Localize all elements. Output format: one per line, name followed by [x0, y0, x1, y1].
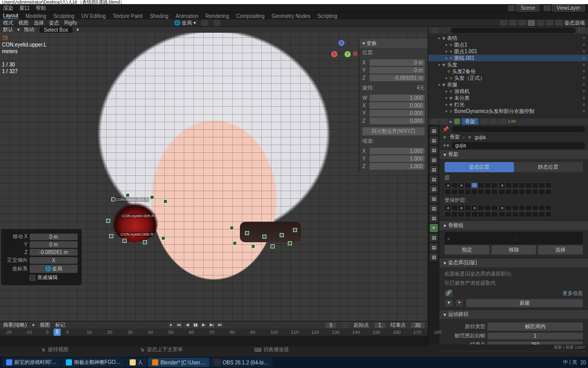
ptab-output[interactable]: ▤: [430, 136, 438, 145]
orient-global[interactable]: 🌐 全局 ▾: [174, 19, 196, 27]
timeline-track[interactable]: [0, 336, 428, 346]
rot-w[interactable]: 1.000: [370, 95, 425, 101]
bone-handle[interactable]: [161, 236, 165, 240]
bone-handle[interactable]: [163, 199, 167, 203]
loc-y[interactable]: 0 m: [370, 67, 425, 74]
pin-icon[interactable]: 📌: [443, 126, 449, 132]
nav-gizmo[interactable]: Z Y X: [329, 40, 354, 64]
loc-x[interactable]: 0 m: [370, 59, 425, 66]
crumb-armature-data[interactable]: gujia: [475, 134, 485, 140]
tab-sculpting[interactable]: Sculpting: [54, 13, 75, 19]
3d-viewport[interactable]: 79 CON.eyelid.upper.L meters 1 / 30 1 / …: [0, 33, 428, 321]
scale-y[interactable]: 1.000: [370, 155, 425, 162]
menu-help[interactable]: 帮助: [36, 5, 46, 12]
sec-motionpaths[interactable]: 运动路径: [448, 311, 469, 318]
bone-handle[interactable]: [288, 241, 292, 245]
bone-icon[interactable]: [489, 119, 497, 125]
transform-header[interactable]: ▾ 变换: [359, 39, 428, 48]
playhead[interactable]: 5: [54, 329, 61, 336]
view-menu[interactable]: 视图: [18, 19, 29, 27]
select-menu[interactable]: 选择: [34, 19, 44, 27]
pose-position-toggle[interactable]: 姿态位置 静态位置: [445, 162, 583, 172]
armature-layers[interactable]: [445, 182, 583, 188]
scale-x[interactable]: 1.000: [370, 148, 425, 154]
next-key-icon[interactable]: ▶: [200, 322, 207, 328]
outliner-row[interactable]: ▸▿眼点1▿: [428, 41, 588, 48]
gizmo-toggle-icon[interactable]: [500, 20, 507, 26]
tab-uvediting[interactable]: UV Editing: [82, 13, 106, 19]
new-poselib-button[interactable]: 新建: [466, 299, 583, 307]
axis-neg[interactable]: [353, 51, 358, 56]
xray-icon[interactable]: [519, 20, 526, 26]
loc-z[interactable]: -0.089261 m: [370, 75, 425, 81]
tab-rendering[interactable]: Rendering: [206, 13, 229, 19]
filter-icon[interactable]: [578, 27, 585, 33]
current-frame[interactable]: 5: [326, 323, 337, 328]
more-info-link[interactable]: 更多信息: [562, 290, 583, 297]
ptab-constraint[interactable]: ▤: [430, 214, 438, 222]
tray-time[interactable]: 20: [580, 360, 586, 365]
ptab-viewlayer[interactable]: ▤: [430, 146, 438, 154]
bone-handle[interactable]: [109, 234, 113, 238]
mode-dropdown[interactable]: 模式: [3, 19, 13, 27]
tab-shading[interactable]: Shading: [150, 13, 168, 19]
bone-handle[interactable]: [230, 226, 234, 230]
editor-type-icon[interactable]: [431, 119, 438, 125]
tab-modeling[interactable]: Modeling: [26, 13, 46, 19]
jump-start-icon[interactable]: ⏮: [176, 322, 183, 328]
outliner-row[interactable]: ▸▿头发▿: [428, 61, 588, 68]
outliner-search[interactable]: [451, 28, 576, 33]
tab-layout[interactable]: Layout: [3, 13, 18, 19]
armature-layers-2[interactable]: [445, 189, 583, 195]
outliner-row[interactable]: ▸▿眼睛.001▿: [428, 55, 588, 61]
lock-icon[interactable]: [341, 322, 349, 328]
ptab-boneconst[interactable]: ▤: [430, 243, 438, 251]
ptab-physics[interactable]: ▤: [430, 204, 438, 213]
overlay-toggle-icon[interactable]: [509, 20, 517, 26]
ptab-particle[interactable]: ▤: [430, 195, 438, 203]
shading-rendered-icon[interactable]: [555, 20, 562, 26]
viewlayer-name[interactable]: ViewLayer: [552, 4, 585, 12]
task-chrome[interactable]: 姬宝的游戏时间!…: [2, 358, 61, 367]
tab-scripting[interactable]: Scripting: [317, 13, 337, 19]
end-frame[interactable]: 30: [411, 323, 425, 328]
axis-x[interactable]: X: [331, 51, 337, 57]
bone-handle[interactable]: [106, 219, 110, 223]
play-pause-icon[interactable]: ▮▮: [192, 322, 199, 328]
move-y[interactable]: 0 m: [30, 241, 78, 248]
bone-handle[interactable]: [280, 233, 284, 237]
add-icon[interactable]: +: [456, 300, 463, 307]
ptab-render[interactable]: ▤: [430, 127, 438, 135]
rotation-mode-dropdown[interactable]: 四元数运算(WXYZ): [362, 127, 425, 135]
shading-matprev-icon[interactable]: [546, 20, 553, 26]
shading-wire-icon[interactable]: [528, 20, 535, 26]
ptab-scene[interactable]: ▤: [430, 156, 438, 164]
scene-name[interactable]: Scene: [516, 4, 540, 12]
outliner-type-icon[interactable]: [431, 27, 438, 33]
task-folder[interactable]: 人: [126, 358, 147, 367]
assign-button[interactable]: 指定: [445, 245, 489, 255]
protected-layers-2[interactable]: [445, 212, 583, 217]
outliner-tree[interactable]: ▸▿表情▿▸▿眼点1▿▸▿眼点1.001▿▸▿眼睛.001▿▸▿头发▿▿头发2备…: [428, 34, 588, 118]
snap-icon[interactable]: [201, 20, 208, 26]
crumb-armature[interactable]: 骨架: [462, 118, 478, 125]
ptab-modifier[interactable]: ▤: [430, 185, 438, 193]
rot-y[interactable]: 0.000: [370, 110, 425, 117]
menu-render[interactable]: 渲染: [3, 5, 13, 12]
bone-handle[interactable]: [126, 193, 130, 197]
bone-handle[interactable]: [143, 240, 147, 244]
bone-handle[interactable]: [150, 195, 154, 199]
property-search[interactable]: [452, 126, 585, 132]
tab-animation[interactable]: Animation: [176, 13, 198, 19]
sec-bonegroups[interactable]: 骨骼组: [448, 222, 463, 229]
bone-icon[interactable]: [480, 119, 487, 125]
bone-handle[interactable]: [233, 241, 237, 245]
ptab-world[interactable]: ▤: [430, 166, 438, 174]
ptab-object[interactable]: ▤: [430, 175, 438, 183]
sec-poselib[interactable]: 姿态库(旧版): [448, 259, 477, 266]
prev-key-icon[interactable]: ◀: [184, 322, 191, 328]
bone-handle[interactable]: [271, 244, 275, 248]
remove-button[interactable]: 移除: [492, 245, 536, 255]
autokey-icon[interactable]: ●: [167, 322, 175, 328]
bone-icon[interactable]: [499, 119, 506, 125]
